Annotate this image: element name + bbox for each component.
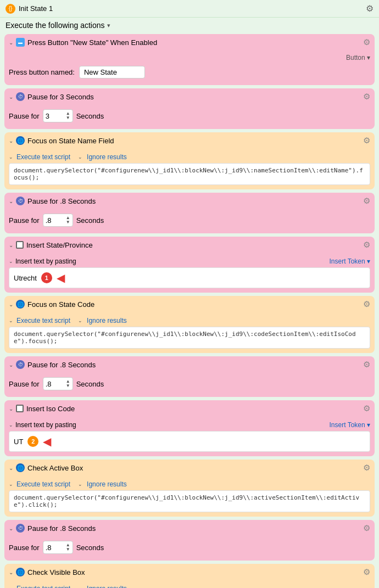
globe-icon: 🌐 [16, 463, 25, 472]
ignore-chevron-icon: ⌄ [78, 586, 82, 588]
press-button-named-label: Press button named: [9, 68, 75, 76]
section-collapse-icon[interactable]: ⌄ [9, 362, 13, 368]
ignore-results-link[interactable]: Ignore results [87, 153, 127, 161]
script-code-block[interactable]: document.querySelector("#configurenew\\j… [9, 490, 370, 512]
section-gear-icon[interactable]: ⚙ [363, 92, 370, 102]
script-chevron-icon: ⌄ [9, 154, 13, 160]
section-gear-icon[interactable]: ⚙ [363, 299, 370, 309]
section-collapse-icon[interactable]: ⌄ [9, 406, 13, 412]
section-title: Pause for .8 Seconds [27, 361, 96, 369]
section-block: ⌄🌐Check Active Box⚙⌄Execute text script⌄… [4, 460, 375, 517]
stepper-arrows[interactable]: ▲▼ [66, 379, 70, 388]
insert-chevron-icon: ⌄ [9, 259, 13, 264]
checkbox-icon [16, 405, 24, 412]
section-collapse-icon[interactable]: ⌄ [9, 569, 13, 575]
section-block: ⌄⏱Pause for 3 Seconds⚙Pause for3▲▼Second… [4, 88, 375, 129]
section-body: Pause for3▲▼Seconds [4, 105, 375, 129]
section-block: ⌄⏱Pause for .8 Seconds⚙Pause for.8▲▼Seco… [4, 193, 375, 233]
insert-row: ⌄Insert text by pastingInsert Token ▾ [9, 255, 370, 267]
stepper-arrows[interactable]: ▲▼ [66, 216, 70, 225]
section-body: Pause for.8▲▼Seconds [4, 373, 375, 397]
pause-value: 3 [46, 112, 49, 120]
pause-seconds-input[interactable]: 3▲▼ [43, 109, 73, 122]
section-gear-icon[interactable]: ⚙ [363, 463, 370, 473]
script-code-block[interactable]: document.querySelector("#configurenew\\j… [9, 327, 370, 349]
pause-seconds-input[interactable]: .8▲▼ [43, 214, 73, 227]
insert-row: ⌄Insert text by pastingInsert Token ▾ [9, 419, 370, 431]
seconds-label: Seconds [76, 112, 104, 120]
script-chevron-icon: ⌄ [9, 481, 13, 487]
title-gear-icon[interactable]: ⚙ [366, 3, 374, 14]
section-gear-icon[interactable]: ⚙ [363, 240, 370, 250]
button-type-label[interactable]: Button ▾ [346, 54, 370, 61]
section-collapse-icon[interactable]: ⌄ [9, 465, 13, 471]
section-collapse-icon[interactable]: ⌄ [9, 40, 13, 46]
stepper-arrows[interactable]: ▲▼ [66, 111, 70, 120]
section-collapse-icon[interactable]: ⌄ [9, 138, 13, 144]
section-collapse-icon[interactable]: ⌄ [9, 525, 13, 531]
section-body: Pause for.8▲▼Seconds [4, 536, 375, 561]
ignore-results-link[interactable]: Ignore results [87, 480, 127, 488]
seconds-label: Seconds [76, 216, 104, 225]
arrow-icon: ◀ [57, 271, 65, 284]
section-header: ⌄⏱Pause for .8 Seconds⚙ [4, 356, 375, 373]
press-button-name-input[interactable]: New State [79, 66, 145, 79]
section-title: Insert Iso Code [26, 405, 75, 413]
script-code-block[interactable]: document.querySelector("#configurenew\\j… [9, 163, 370, 185]
insert-text-input[interactable]: UT2◀ [9, 431, 370, 452]
execute-text-script-link[interactable]: Execute text script [16, 153, 70, 161]
state-icon: {} [5, 4, 15, 14]
section-collapse-icon[interactable]: ⌄ [9, 301, 13, 307]
execute-text-script-link[interactable]: Execute text script [16, 480, 70, 488]
section-gear-icon[interactable]: ⚙ [363, 136, 370, 145]
checkbox-icon [16, 241, 24, 249]
section-title: Pause for .8 Seconds [27, 197, 96, 205]
pause-seconds-input[interactable]: .8▲▼ [43, 541, 73, 554]
section-title: Insert State/Province [26, 241, 93, 249]
section-title: Press Button "New State" When Enabled [27, 38, 157, 47]
section-collapse-icon[interactable]: ⌄ [9, 242, 13, 248]
section-header: ⌄⏱Pause for .8 Seconds⚙ [4, 193, 375, 209]
section-block: ⌄🌐Focus on State Code⚙⌄Execute text scri… [4, 296, 375, 353]
section-block: ⌄🌐Check Visible Box⚙⌄Execute text script… [4, 564, 375, 588]
clock-icon: ⏱ [16, 524, 25, 533]
clock-icon: ⏱ [16, 92, 25, 101]
section-header: ⌄Insert Iso Code⚙ [4, 400, 375, 417]
insert-token-button[interactable]: Insert Token ▾ [330, 257, 370, 265]
execute-text-script-link[interactable]: Execute text script [16, 317, 70, 324]
section-body: ⌄Insert text by pastingInsert Token ▾UT2… [4, 417, 375, 456]
section-gear-icon[interactable]: ⚙ [363, 523, 370, 533]
pause-value: .8 [46, 216, 52, 225]
section-header: ⌄🌐Check Active Box⚙ [4, 460, 375, 476]
pause-row: Pause for3▲▼Seconds [9, 107, 370, 125]
globe-icon: 🌐 [16, 568, 25, 576]
ignore-results-link[interactable]: Ignore results [87, 317, 127, 324]
section-gear-icon[interactable]: ⚙ [363, 196, 370, 206]
section-title: Pause for 3 Seconds [27, 93, 94, 101]
section-title: Check Visible Box [27, 568, 85, 576]
actions-header-text: Execute the following actions [5, 21, 105, 30]
section-gear-icon[interactable]: ⚙ [363, 37, 370, 47]
ignore-results-link[interactable]: Ignore results [87, 585, 127, 588]
insert-text-input[interactable]: Utrecht1◀ [9, 267, 370, 288]
section-header: ⌄🌐Check Visible Box⚙ [4, 564, 375, 580]
section-body: ⌄Execute text script⌄Ignore resultsdocum… [4, 312, 375, 353]
section-gear-icon[interactable]: ⚙ [363, 567, 370, 577]
section-gear-icon[interactable]: ⚙ [363, 360, 370, 369]
step-badge: 2 [27, 436, 38, 447]
actions-chevron-icon[interactable]: ▾ [107, 22, 110, 29]
section-title: Focus on State Code [27, 300, 94, 309]
section-collapse-icon[interactable]: ⌄ [9, 198, 13, 204]
title-bar-left: {} Init State 1 [5, 4, 53, 14]
execute-text-script-link[interactable]: Execute text script [16, 585, 70, 588]
section-collapse-icon[interactable]: ⌄ [9, 94, 13, 100]
section-gear-icon[interactable]: ⚙ [363, 404, 370, 413]
actions-header: Execute the following actions ▾ [0, 18, 379, 34]
section-body: ⌄Execute text script⌄Ignore resultsdocum… [4, 476, 375, 517]
script-options-row: ⌄Execute text script⌄Ignore results [9, 315, 370, 327]
pause-seconds-input[interactable]: .8▲▼ [43, 377, 73, 390]
insert-token-button[interactable]: Insert Token ▾ [330, 421, 370, 429]
stepper-arrows[interactable]: ▲▼ [66, 543, 70, 552]
clock-icon: ⏱ [16, 197, 25, 205]
section-title: Focus on State Name Field [27, 137, 114, 145]
